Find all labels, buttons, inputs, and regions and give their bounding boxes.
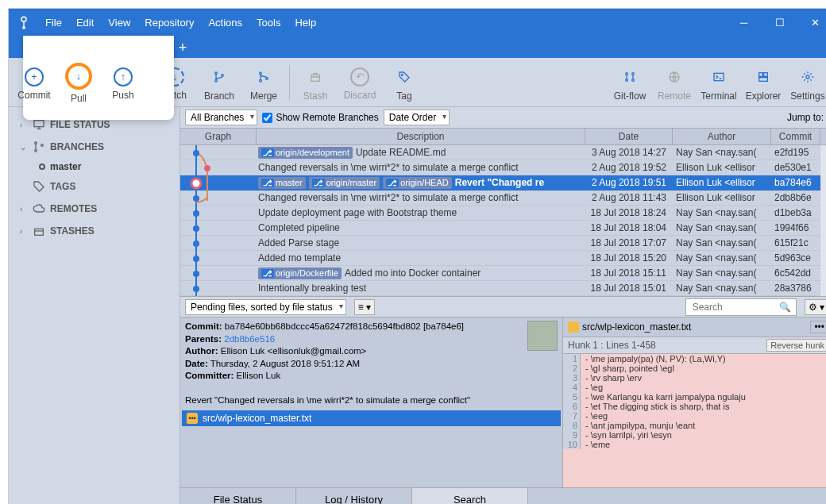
- col-commit[interactable]: Commit: [771, 129, 820, 144]
- branch-badge[interactable]: ⎇origin/master: [309, 177, 380, 189]
- svg-point-11: [632, 72, 635, 75]
- commit-row[interactable]: ⎇origin/DockerfileAdded mo into Docker c…: [180, 266, 820, 281]
- remote-button[interactable]: Remote: [652, 63, 697, 102]
- explorer-button[interactable]: Explorer: [741, 63, 785, 102]
- commit-row[interactable]: Changed reversals in \me wirri*2* to sim…: [180, 160, 820, 175]
- search-input[interactable]: [691, 301, 779, 314]
- discard-button[interactable]: ↶ Discard: [338, 64, 382, 101]
- col-desc[interactable]: Description: [257, 129, 585, 144]
- jump-label[interactable]: Jump to:: [787, 112, 826, 123]
- modified-icon: •••: [187, 413, 198, 424]
- tab-file-status[interactable]: File Status: [180, 488, 296, 504]
- menu-file[interactable]: File: [39, 13, 68, 32]
- sidebar-stashes[interactable]: › STASHES: [12, 220, 176, 242]
- svg-rect-15: [714, 73, 724, 80]
- col-graph[interactable]: Graph: [180, 129, 257, 144]
- tab-log-history[interactable]: Log / History: [296, 488, 412, 504]
- branch-badge[interactable]: ⎇origin/Dockerfile: [258, 267, 342, 279]
- push-icon: ↑: [114, 67, 133, 87]
- tab-search[interactable]: Search: [412, 488, 528, 504]
- diff-body[interactable]: 1- \me jampaly(pa) (N, PV): (La,Wi,Y)2- …: [563, 354, 826, 487]
- sidebar-item-master[interactable]: master: [12, 158, 176, 175]
- diff-line[interactable]: 10- \eme: [563, 440, 826, 449]
- commit-row[interactable]: Update deployment page with Bootstrap th…: [180, 206, 820, 221]
- options-gear-button[interactable]: ⚙ ▾: [805, 299, 826, 315]
- svg-point-13: [632, 79, 635, 81]
- vertical-scrollbar[interactable]: [820, 145, 826, 296]
- merge-button[interactable]: Merge: [241, 63, 286, 102]
- tag-button[interactable]: Tag: [382, 63, 427, 102]
- svg-point-3: [215, 79, 218, 82]
- gitflow-button[interactable]: Git-flow: [608, 63, 652, 102]
- sidebar-tags[interactable]: TAGS: [12, 175, 176, 198]
- reverse-hunk-button[interactable]: Reverse hunk: [766, 339, 826, 352]
- toolbar: + Commit ↓ Pull ↑ Push ↓ Fetch Branch Me…: [9, 58, 826, 107]
- diff-line[interactable]: 6- \et The digging stick is sharp, that …: [563, 402, 826, 411]
- branch-badge[interactable]: ⎇master: [258, 177, 306, 189]
- pending-label-combo[interactable]: Pending files, sorted by file status: [185, 299, 346, 315]
- changed-file-row[interactable]: ••• src/wlp-lexicon_master.txt: [182, 410, 561, 426]
- chevron-right-icon: ›: [20, 205, 28, 214]
- show-remote-checkbox[interactable]: Show Remote Branches: [262, 112, 378, 123]
- col-author[interactable]: Author: [673, 129, 771, 144]
- stash-button[interactable]: Stash: [293, 63, 338, 102]
- diff-line[interactable]: 8- \ant jampilypa, munju \eant: [563, 421, 826, 430]
- pull-button[interactable]: ↓ Pull: [56, 61, 101, 104]
- diff-line[interactable]: 7- \eeg: [563, 411, 826, 421]
- diff-line[interactable]: 5- \we Karlangu ka karri jampalypa ngula…: [563, 392, 826, 402]
- branch-button[interactable]: Branch: [197, 63, 241, 102]
- parent-link[interactable]: 2db8b6e516: [224, 334, 275, 344]
- branch-dot-icon: [39, 164, 45, 170]
- menu-tools[interactable]: Tools: [250, 13, 287, 32]
- maximize-button[interactable]: ☐: [762, 9, 797, 36]
- push-button[interactable]: ↑ Push: [101, 64, 145, 101]
- commit-grid-body[interactable]: ⎇origin/developmentUpdate README.md3 Aug…: [180, 145, 820, 296]
- branch-badge[interactable]: ⎇origin/development: [258, 147, 353, 159]
- sidebar-branches[interactable]: ⌄ BRANCHES: [12, 136, 176, 158]
- commit-row[interactable]: Intentionally breaking test18 Jul 2018 1…: [180, 281, 820, 296]
- menu-help[interactable]: Help: [288, 13, 322, 32]
- diff-pane: src/wlp-lexicon_master.txt ••• Hunk 1 : …: [563, 317, 826, 487]
- window-controls: ─ ☐ ✕: [726, 9, 826, 36]
- minimize-button[interactable]: ─: [726, 9, 762, 36]
- terminal-button[interactable]: Terminal: [697, 63, 741, 102]
- pending-bar: Pending files, sorted by file status ≡ ▾…: [180, 296, 826, 317]
- main-panel: All Branches Show Remote Branches Date O…: [180, 107, 826, 504]
- diff-options-button[interactable]: •••: [810, 321, 826, 333]
- view-mode-button[interactable]: ≡ ▾: [354, 299, 375, 315]
- order-combo[interactable]: Date Order: [384, 110, 450, 125]
- diff-line[interactable]: 4- \eg: [563, 383, 826, 392]
- search-box[interactable]: 🔍: [685, 298, 797, 316]
- menu-edit[interactable]: Edit: [70, 13, 100, 32]
- app-icon: [15, 13, 33, 31]
- commit-row[interactable]: Added mo template18 Jul 2018 15:20Nay Sa…: [180, 251, 820, 266]
- commit-row[interactable]: ⎇master⎇origin/master⎇origin/HEADRevert …: [180, 175, 820, 190]
- commit-button[interactable]: + Commit: [12, 64, 56, 101]
- hunk-header: Hunk 1 : Lines 1-458 Reverse hunk: [563, 337, 826, 354]
- svg-rect-20: [34, 121, 44, 127]
- chevron-down-icon: ⌄: [20, 143, 28, 152]
- sidebar-remotes[interactable]: › REMOTES: [12, 198, 176, 220]
- commit-row[interactable]: Added Parse stage18 Jul 2018 17:07Nay Sa…: [180, 236, 820, 251]
- commit-row[interactable]: Changed reversals in \me wirri*2* to sim…: [180, 190, 820, 206]
- branch-icon: [209, 67, 230, 87]
- diff-line[interactable]: 9- \syn larrilpi, yiri \esyn: [563, 430, 826, 440]
- diff-line[interactable]: 3- \rv sharp \erv: [563, 373, 826, 383]
- diff-line[interactable]: 1- \me jampaly(pa) (N, PV): (La,Wi,Y): [563, 354, 826, 364]
- menu-actions[interactable]: Actions: [202, 13, 249, 32]
- close-button[interactable]: ✕: [797, 9, 826, 36]
- menu-repository[interactable]: Repository: [138, 13, 200, 32]
- tag-icon: [33, 180, 45, 193]
- settings-icon: [797, 67, 818, 87]
- svg-point-7: [266, 77, 268, 79]
- branch-filter-combo[interactable]: All Branches: [185, 110, 257, 125]
- sidebar: › FILE STATUS ⌄ BRANCHES master TAGS ›: [9, 107, 180, 504]
- commit-row[interactable]: ⎇origin/developmentUpdate README.md3 Aug…: [180, 145, 820, 160]
- new-tab-button[interactable]: +: [171, 37, 195, 58]
- menu-view[interactable]: View: [102, 13, 137, 32]
- commit-row[interactable]: Completed pipeline18 Jul 2018 18:04Nay S…: [180, 221, 820, 236]
- col-date[interactable]: Date: [585, 129, 673, 144]
- diff-line[interactable]: 2- \gl sharp, pointed \egl: [563, 364, 826, 373]
- settings-button[interactable]: Settings: [785, 63, 826, 102]
- branch-badge[interactable]: ⎇origin/HEAD: [383, 177, 452, 189]
